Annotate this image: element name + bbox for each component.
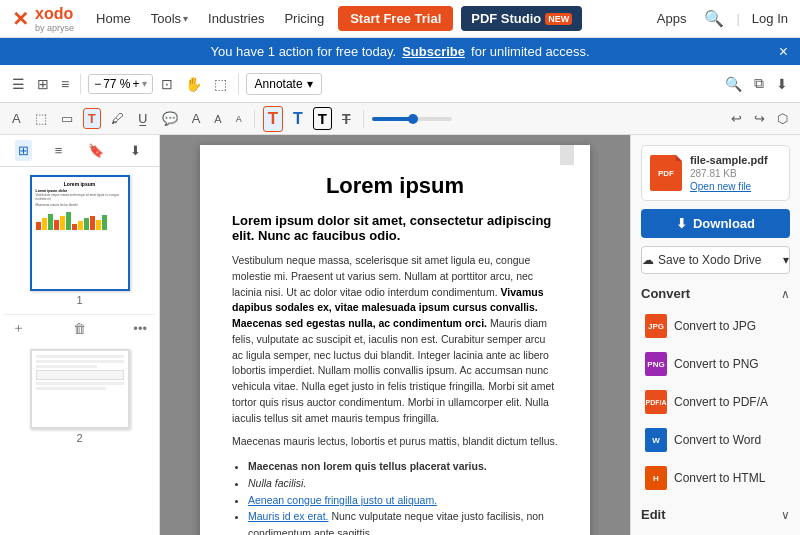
area-select-tool[interactable]: ⬚ bbox=[31, 109, 51, 128]
opacity-slider[interactable] bbox=[372, 117, 452, 121]
file-pdf-icon: PDF bbox=[650, 155, 682, 191]
xodo-drive-icon: ☁ bbox=[642, 253, 654, 267]
save-label: Save to Xodo Drive bbox=[658, 253, 761, 267]
download-button[interactable]: ⬇ Download bbox=[641, 209, 790, 238]
toolbar-right: 🔍 ⧉ ⬇ bbox=[721, 72, 792, 95]
right-panel: PDF file-sample.pdf 287.81 KB Open new f… bbox=[630, 135, 800, 535]
download-quick-button[interactable]: ⬇ bbox=[772, 72, 792, 95]
panel-extra-button[interactable]: ⬇ bbox=[127, 140, 144, 161]
list-item: Aenean congue fringilla justo ut aliquam… bbox=[248, 492, 558, 509]
grab-tool-button[interactable]: ✋ bbox=[181, 73, 206, 95]
pdf-page: Lorem ipsum Lorem ipsum dolor sit amet, … bbox=[200, 145, 590, 535]
pdfa-icon: PDF/A bbox=[645, 390, 667, 414]
delete-page-button[interactable]: 🗑 bbox=[73, 321, 86, 336]
search-button[interactable]: 🔍 bbox=[721, 72, 746, 95]
fit-width-button[interactable]: ⊡ bbox=[157, 73, 177, 95]
font-size-tool[interactable]: A bbox=[210, 111, 225, 127]
zoom-out-button[interactable]: − bbox=[94, 77, 101, 91]
list-link[interactable]: Aenean congue fringilla justo ut aliquam… bbox=[248, 494, 437, 506]
file-info: file-sample.pdf 287.81 KB Open new file bbox=[690, 154, 781, 192]
outline-view-button[interactable]: ≡ bbox=[57, 73, 73, 95]
text-strike-tool[interactable]: T bbox=[338, 109, 355, 129]
banner-text: You have 1 action for free today. bbox=[210, 44, 396, 59]
toolbar-separator-2 bbox=[238, 74, 239, 94]
convert-to-html[interactable]: H Convert to HTML bbox=[641, 461, 790, 495]
banner-suffix: for unlimited access. bbox=[471, 44, 590, 59]
panel-list-button[interactable]: ≡ bbox=[52, 140, 66, 161]
edit-section-title: Edit bbox=[641, 507, 666, 522]
thumbnail-view-button[interactable]: ⊞ bbox=[33, 73, 53, 95]
convert-to-jpg[interactable]: JPG Convert to JPG bbox=[641, 309, 790, 343]
zoom-control[interactable]: − 77 % + ▾ bbox=[88, 74, 152, 94]
add-page-button[interactable]: ＋ bbox=[12, 319, 25, 337]
thumbnail-page-num-1: 1 bbox=[76, 294, 82, 306]
panel-toolbar: ⊞ ≡ 🔖 ⬇ bbox=[0, 135, 159, 167]
panel-bookmark-button[interactable]: 🔖 bbox=[85, 140, 107, 161]
text-insert-tool[interactable]: A bbox=[188, 109, 205, 128]
search-icon-button[interactable]: 🔍 bbox=[704, 9, 724, 28]
login-button[interactable]: Log In bbox=[752, 11, 788, 26]
edit-section-chevron[interactable]: ∨ bbox=[781, 508, 790, 522]
text-select-tool[interactable]: A bbox=[8, 109, 25, 128]
pdf-viewer[interactable]: Lorem ipsum Lorem ipsum dolor sit amet, … bbox=[160, 135, 630, 535]
highlight-tool[interactable]: 🖊 bbox=[107, 109, 128, 128]
subscribe-link[interactable]: Subscribe bbox=[402, 44, 465, 59]
nav-home[interactable]: Home bbox=[90, 11, 137, 26]
pdf-paragraph-1: Vestibulum neque massa, scelerisque sit … bbox=[232, 253, 558, 426]
open-new-file-link[interactable]: Open new file bbox=[690, 181, 781, 192]
convert-jpg-label: Convert to JPG bbox=[674, 319, 756, 333]
comment-tool[interactable]: 💬 bbox=[158, 109, 182, 128]
more-options-button[interactable]: ••• bbox=[133, 321, 147, 336]
crop-tool-button[interactable]: ⬚ bbox=[210, 73, 231, 95]
undo-button[interactable]: ↩ bbox=[727, 109, 746, 128]
multipage-button[interactable]: ⧉ bbox=[750, 72, 768, 95]
top-nav: ✕ xodo by apryse Home Tools ▾ Industries… bbox=[0, 0, 800, 38]
pdf-lead: Lorem ipsum dolor sit amet, consectetur … bbox=[232, 213, 558, 243]
thumbnail-list: Lorem ipsum Lorem ipsum dolor Vestibulum… bbox=[0, 167, 159, 535]
file-card: PDF file-sample.pdf 287.81 KB Open new f… bbox=[641, 145, 790, 201]
convert-list: JPG Convert to JPG PNG Convert to PNG PD… bbox=[641, 309, 790, 495]
convert-to-png[interactable]: PNG Convert to PNG bbox=[641, 347, 790, 381]
nav-tools[interactable]: Tools ▾ bbox=[145, 11, 194, 26]
list-link-2[interactable]: Mauris id ex erat. bbox=[248, 510, 329, 522]
eraser-button[interactable]: ⬡ bbox=[773, 109, 792, 128]
annotation-toolbar: A ⬚ ▭ T 🖊 U̲ 💬 A A A T T T T ↩ ↪ ⬡ bbox=[0, 103, 800, 135]
annotate-label: Annotate bbox=[255, 77, 303, 91]
start-trial-button[interactable]: Start Free Trial bbox=[338, 6, 453, 31]
left-panel: ⊞ ≡ 🔖 ⬇ Lorem ipsum Lorem ipsum dolor Ve… bbox=[0, 135, 160, 535]
pdf-studio-button[interactable]: PDF Studio NEW bbox=[461, 6, 582, 31]
rect-tool[interactable]: ▭ bbox=[57, 109, 77, 128]
sidebar-toggle-button[interactable]: ☰ bbox=[8, 73, 29, 95]
convert-to-word[interactable]: W Convert to Word bbox=[641, 423, 790, 457]
text-tool-active[interactable]: T bbox=[263, 106, 283, 132]
annotate-dropdown-icon: ▾ bbox=[307, 77, 313, 91]
underline-tool[interactable]: U̲ bbox=[134, 109, 152, 128]
redo-button[interactable]: ↪ bbox=[750, 109, 769, 128]
font-small-tool[interactable]: A bbox=[232, 112, 246, 126]
toolbar-separator bbox=[80, 74, 81, 94]
convert-section-header: Convert ∧ bbox=[641, 286, 790, 301]
banner-close-button[interactable]: × bbox=[779, 43, 788, 61]
nav-apps[interactable]: Apps bbox=[651, 11, 693, 26]
convert-to-pdfa[interactable]: PDF/A Convert to PDF/A bbox=[641, 385, 790, 419]
save-to-xodo-button[interactable]: ☁ Save to Xodo Drive ▾ bbox=[641, 246, 790, 274]
download-label: Download bbox=[693, 216, 755, 231]
text-tool[interactable]: T bbox=[83, 108, 101, 129]
text-outline-tool[interactable]: T bbox=[313, 107, 332, 130]
pdf-title: Lorem ipsum bbox=[232, 173, 558, 199]
pdf-paragraph-2: Maecenas mauris lectus, lobortis et puru… bbox=[232, 434, 558, 450]
panel-thumbnail-button[interactable]: ⊞ bbox=[15, 140, 32, 161]
nav-pricing[interactable]: Pricing bbox=[278, 11, 330, 26]
thumbnail-page-num-2: 2 bbox=[76, 432, 82, 444]
main-layout: ⊞ ≡ 🔖 ⬇ Lorem ipsum Lorem ipsum dolor Ve… bbox=[0, 135, 800, 535]
thumbnail-item-1[interactable]: Lorem ipsum Lorem ipsum dolor Vestibulum… bbox=[4, 175, 155, 306]
thumbnail-item-2[interactable]: 2 bbox=[4, 349, 155, 444]
zoom-in-button[interactable]: + bbox=[133, 77, 140, 91]
file-size: 287.81 KB bbox=[690, 168, 781, 179]
download-icon: ⬇ bbox=[676, 216, 687, 231]
annotate-button[interactable]: Annotate ▾ bbox=[246, 73, 322, 95]
nav-industries[interactable]: Industries bbox=[202, 11, 270, 26]
convert-section-chevron[interactable]: ∧ bbox=[781, 287, 790, 301]
logo[interactable]: ✕ xodo by apryse bbox=[12, 5, 74, 33]
text-blue-tool[interactable]: T bbox=[289, 108, 307, 130]
